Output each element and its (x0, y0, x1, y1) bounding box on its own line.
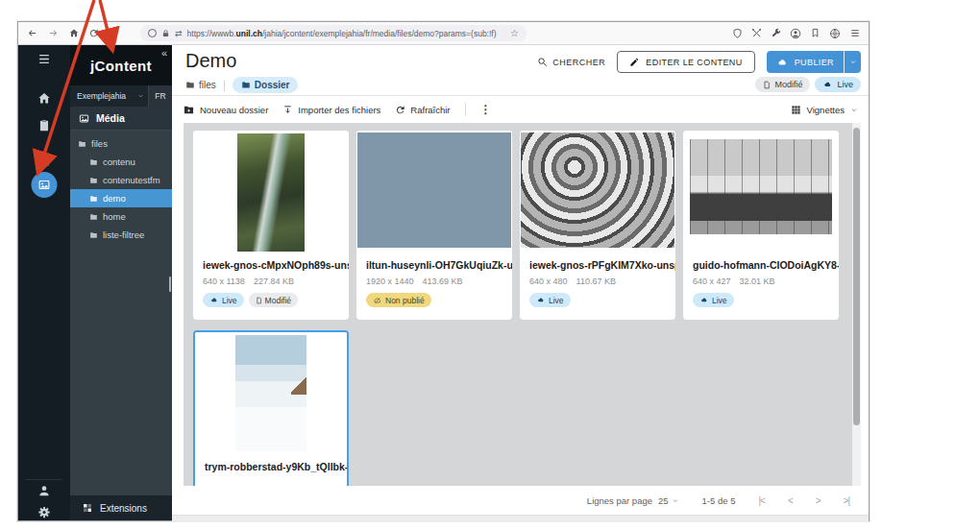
sidebar-panel: jContent « Exemplejahia FR Média files c… (70, 45, 172, 520)
next-page-button[interactable]: > (816, 495, 821, 506)
file-card-5-selected[interactable]: trym-robberstad-y9Kb_tQllbk-u... (193, 330, 349, 486)
file-name: guido-hofmann-CIODoiAgKY8-u... (683, 253, 839, 271)
badge-live: Live (529, 293, 571, 307)
rail-pages-disabled-icon[interactable] (37, 153, 51, 167)
import-files-button[interactable]: Importer des fichiers (282, 105, 380, 115)
extensions-button[interactable]: Extensions (70, 495, 172, 520)
file-meta: 1920 x 1440413.69 KB (356, 271, 512, 286)
view-mode-chevron-icon (850, 107, 858, 113)
tree-item-files[interactable]: files (70, 134, 172, 153)
previous-page-button[interactable]: < (788, 495, 793, 506)
lock-icon[interactable] (161, 29, 170, 38)
file-thumbnail (193, 131, 349, 253)
rail-media-icon[interactable] (32, 172, 58, 198)
language-switcher[interactable]: FR (148, 85, 172, 107)
badge-live: Live (203, 293, 244, 307)
header-actions: CHERCHER EDITER LE CONTENU PUBLIER (537, 51, 861, 73)
rail-settings-gear-icon[interactable] (37, 505, 52, 519)
search-button[interactable]: CHERCHER (537, 57, 605, 67)
save-to-pocket-icon[interactable] (810, 28, 821, 38)
file-thumbnail (195, 332, 347, 455)
forward-icon[interactable] (47, 28, 60, 38)
navigation-rail (18, 45, 70, 520)
file-card-2[interactable]: iltun-huseynli-OH7GkUqiuZk-un... 1920 x … (356, 131, 512, 320)
file-badges: Live (520, 286, 675, 307)
publication-status: Modifié Live (755, 77, 861, 92)
file-meta: 640 x 42732.01 KB (683, 271, 839, 286)
switch-icon[interactable]: ⇄ (175, 29, 183, 38)
folder-tree: files contenu contenutestfm demo home li… (70, 131, 172, 495)
rail-user-icon[interactable] (37, 484, 51, 497)
browser-toolbar: ⇄ https://wwwb.unil.ch/jahia/jcontent/ex… (18, 22, 869, 45)
rail-content-icon[interactable] (37, 118, 51, 132)
url-bar[interactable]: ⇄ https://wwwb.unil.ch/jahia/jcontent/ex… (140, 25, 527, 41)
new-folder-button[interactable]: Nouveau dossier (183, 105, 268, 115)
badge-modified: Modifié (249, 293, 298, 307)
last-page-button[interactable]: >| (844, 495, 849, 506)
status-badge-modified: Modifié (755, 77, 810, 92)
accordion-media[interactable]: Média (70, 107, 172, 131)
account-icon[interactable] (790, 28, 801, 39)
breadcrumb-files[interactable]: files (185, 80, 216, 90)
toolbar-divider (465, 103, 466, 116)
browser-window: ⇄ https://wwwb.unil.ch/jahia/jcontent/ex… (17, 21, 870, 521)
file-name: trym-robberstad-y9Kb_tQllbk-u... (195, 455, 347, 472)
accordion-media-label: Média (96, 112, 125, 124)
tree-item-contenu[interactable]: contenu (70, 153, 172, 171)
breadcrumb-current-chip[interactable]: Dossier (233, 77, 299, 93)
page-header: Demo files Dossier (172, 45, 869, 96)
breadcrumb: files Dossier (185, 77, 298, 93)
status-badge-live: Live (815, 77, 861, 92)
privacy-shield-icon[interactable] (732, 28, 743, 38)
badge-live: Live (693, 293, 734, 307)
view-mode-selector[interactable]: Vignettes (791, 105, 858, 115)
first-page-button[interactable]: |< (758, 495, 764, 506)
tree-item-demo[interactable]: demo (70, 189, 172, 207)
tree-item-home[interactable]: home (70, 207, 172, 226)
grid-scrollbar-thumb[interactable] (853, 128, 860, 425)
refresh-button[interactable]: Rafraîchir (395, 105, 450, 115)
site-selector[interactable]: Exemplejahia (70, 85, 134, 107)
breadcrumb-divider (224, 80, 225, 91)
edit-content-button[interactable]: EDITER LE CONTENU (617, 51, 754, 73)
file-meta: 640 x 480110.67 KB (520, 271, 675, 286)
file-name: iltun-huseynli-OH7GkUqiuZk-un... (356, 253, 512, 271)
view-mode-label: Vignettes (807, 105, 845, 115)
publish-menu-chevron[interactable] (844, 51, 861, 73)
more-actions-button[interactable]: ⋮ (480, 103, 492, 116)
file-thumbnail (683, 131, 839, 253)
collapse-panel-icon[interactable]: « (161, 47, 167, 59)
file-grid: iewek-gnos-cMpxNOph89s-uns... 640 x 1138… (184, 123, 852, 486)
rows-per-page-label: Lignes par page (587, 495, 652, 506)
file-card-1[interactable]: iewek-gnos-cMpxNOph89s-uns... 640 x 1138… (193, 131, 349, 320)
file-card-4[interactable]: guido-hofmann-CIODoiAgKY8-u... 640 x 427… (683, 131, 839, 320)
publish-button[interactable]: PUBLIER (767, 51, 844, 73)
rail-divider (26, 479, 62, 480)
extensions-label: Extensions (100, 503, 147, 514)
pagination-range: 1-5 de 5 (702, 495, 736, 506)
menu-icon[interactable] (849, 28, 861, 38)
rail-home-icon[interactable] (37, 91, 52, 106)
grid-scrollbar[interactable] (852, 123, 861, 486)
tracking-protection-icon[interactable] (148, 29, 157, 37)
home-icon[interactable] (68, 28, 80, 38)
burger-menu-icon[interactable] (37, 53, 52, 65)
wrench-icon[interactable] (771, 28, 781, 38)
screenshot-stage: ⇄ https://wwwb.unil.ch/jahia/jcontent/ex… (0, 0, 980, 530)
back-icon[interactable] (26, 28, 38, 38)
tree-scrollbar[interactable] (169, 277, 171, 292)
file-card-3[interactable]: iewek-gnos-rPFgKIM7Xko-unspl... 640 x 48… (520, 131, 675, 320)
tools-cross-icon[interactable] (751, 28, 762, 38)
site-chevron-icon[interactable] (134, 85, 148, 107)
tree-item-contenutestfm[interactable]: contenutestfm (70, 171, 172, 189)
globe-icon[interactable] (829, 28, 841, 39)
tree-item-liste-filtree[interactable]: liste-filtree (70, 226, 172, 244)
reload-icon[interactable] (88, 28, 99, 38)
main-content: Demo files Dossier (172, 45, 869, 520)
rows-per-page-select[interactable]: 25 (658, 495, 679, 506)
bookmark-star-icon[interactable]: ☆ (510, 28, 519, 38)
page-title: Demo (185, 50, 236, 72)
file-name: iewek-gnos-cMpxNOph89s-uns... (193, 253, 349, 271)
badge-unpublished: Non publié (366, 293, 431, 307)
bottom-strip (172, 515, 869, 522)
